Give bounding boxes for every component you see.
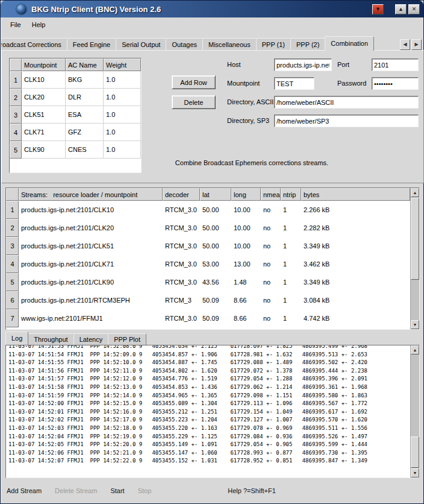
streams-cell-bytes[interactable]: 3.084 kB	[301, 291, 410, 309]
streams-cell-nmea[interactable]: no	[261, 237, 281, 255]
streams-cell-bytes[interactable]: 2.282 kB	[301, 219, 410, 237]
combination-cell-ac-name[interactable]: DLR	[66, 89, 104, 106]
host-input[interactable]	[274, 58, 332, 71]
combination-cell-weight[interactable]: 1.0	[104, 71, 141, 89]
tab-broadcast-corrections[interactable]: Broadcast Corrections	[1, 38, 67, 51]
minimize-button[interactable]: ▼	[372, 4, 384, 14]
streams-cell-ntrip[interactable]: 1	[281, 309, 301, 327]
streams-cell-nmea[interactable]: no	[261, 291, 281, 309]
log-tab-throughput[interactable]: Throughput	[28, 333, 73, 345]
tab-ppp-2[interactable]: PPP (2)	[290, 38, 325, 51]
combination-cell-weight[interactable]: 1.0	[104, 89, 141, 106]
streams-cell-ntrip[interactable]: 1	[281, 273, 301, 291]
streams-scroll-up-icon[interactable]: ▲	[411, 188, 419, 197]
streams-cell-decoder[interactable]: RTCM_3.0	[163, 273, 200, 291]
streams-cell-lat[interactable]: 50.00	[200, 219, 231, 237]
streams-cell-ntrip[interactable]: 1	[281, 201, 301, 219]
streams-cell-ntrip[interactable]: 1	[281, 291, 301, 309]
port-input[interactable]	[372, 58, 419, 71]
password-input[interactable]	[372, 77, 419, 90]
add-stream-action[interactable]: Add Stream	[7, 485, 42, 496]
streams-cell-bytes[interactable]: 3.462 kB	[301, 255, 410, 273]
streams-cell-nmea[interactable]: no	[261, 273, 281, 291]
streams-cell-lat[interactable]: 50.00	[200, 237, 231, 255]
combination-cell-weight[interactable]: 1.0	[104, 124, 141, 141]
menu-file[interactable]: File	[5, 20, 26, 30]
tab-combination[interactable]: Combination	[325, 36, 374, 51]
combination-cell-mountpoint[interactable]: CLK90	[22, 141, 66, 159]
streams-cell-long[interactable]: 10.00	[231, 201, 261, 219]
streams-cell-mountpoint[interactable]: products.igs-ip.net:2101/CLK90	[19, 273, 163, 291]
close-button[interactable]: ✕	[408, 4, 420, 14]
streams-cell-ntrip[interactable]: 1	[281, 219, 301, 237]
streams-cell-long[interactable]: 8.66	[231, 309, 261, 327]
log-view[interactable]: 11-03-07 14:51:53 FFMJ1 PPP 14:52:08.0 9…	[5, 345, 420, 478]
streams-cell-lat[interactable]: 43.56	[200, 273, 231, 291]
log-tab-log[interactable]: Log	[5, 332, 28, 345]
tab-serial-output[interactable]: Serial Output	[116, 38, 166, 51]
streams-cell-decoder[interactable]: RTCM_3.0	[163, 237, 200, 255]
streams-cell-decoder[interactable]: RTCM_3	[163, 291, 200, 309]
log-tab-ppp-plot[interactable]: PPP Plot	[108, 333, 146, 345]
streams-cell-nmea[interactable]: no	[261, 255, 281, 273]
streams-cell-ntrip[interactable]: 1	[281, 237, 301, 255]
combination-cell-weight[interactable]: 1.0	[104, 141, 141, 159]
streams-cell-decoder[interactable]: RTCM_3.0	[163, 219, 200, 237]
combination-cell-weight[interactable]: 1.0	[104, 106, 141, 124]
streams-cell-bytes[interactable]: 4.742 kB	[301, 309, 410, 327]
streams-cell-nmea[interactable]: no	[261, 219, 281, 237]
log-tab-latency[interactable]: Latency	[73, 333, 109, 345]
directory-sp3-input[interactable]	[274, 115, 419, 127]
streams-scrollbar-thumb[interactable]	[411, 198, 419, 280]
streams-cell-mountpoint[interactable]: products.igs-ip.net:2101/CLK10	[19, 201, 163, 219]
tab-outages[interactable]: Outages	[166, 38, 203, 51]
directory-ascii-input[interactable]	[274, 96, 419, 109]
combination-cell-ac-name[interactable]: BKG	[66, 71, 104, 89]
streams-cell-lat[interactable]: 50.09	[200, 291, 231, 309]
delete-button[interactable]: Delete	[172, 95, 216, 109]
streams-cell-ntrip[interactable]: 1	[281, 255, 301, 273]
log-scroll-up-icon[interactable]: ▲	[411, 345, 419, 354]
streams-cell-lat[interactable]: 50.09	[200, 309, 231, 327]
combination-cell-mountpoint[interactable]: CLK51	[22, 106, 66, 124]
combination-cell-ac-name[interactable]: CNES	[66, 141, 104, 159]
combination-cell-mountpoint[interactable]: CLK20	[22, 89, 66, 106]
streams-cell-decoder[interactable]: RTCM_3.0	[163, 201, 200, 219]
streams-cell-long[interactable]: 10.00	[231, 237, 261, 255]
combination-cell-mountpoint[interactable]: CLK10	[22, 71, 66, 89]
log-scroll-down-icon[interactable]: ▼	[411, 468, 419, 477]
streams-cell-lat[interactable]: 53.00	[200, 255, 231, 273]
start-action[interactable]: Start	[110, 485, 124, 496]
tab-miscellaneous[interactable]: Miscellaneous	[202, 38, 257, 51]
streams-scrollbar[interactable]: ▲ ▼	[410, 188, 419, 329]
titlebar[interactable]: BKG Ntrip Client (BNC) Version 2.6 ▼ ▲ ✕	[1, 1, 423, 17]
menu-help[interactable]: Help	[26, 20, 51, 30]
streams-scroll-down-icon[interactable]: ▼	[411, 320, 419, 329]
streams-cell-mountpoint[interactable]: products.igs-ip.net:2101/CLK71	[19, 255, 163, 273]
streams-cell-decoder[interactable]: RTCM_3.0	[163, 309, 200, 327]
tab-ppp-1[interactable]: PPP (1)	[256, 38, 291, 51]
streams-cell-decoder[interactable]: RTCM_3.0	[163, 255, 200, 273]
streams-cell-lat[interactable]: 50.00	[200, 201, 231, 219]
streams-cell-long[interactable]: 8.66	[231, 291, 261, 309]
streams-cell-mountpoint[interactable]: products.igs-ip.net:2101/CLK51	[19, 237, 163, 255]
streams-cell-bytes[interactable]: 3.349 kB	[301, 273, 410, 291]
streams-cell-nmea[interactable]: no	[261, 309, 281, 327]
streams-cell-mountpoint[interactable]: products.igs-ip.net:2101/RTCM3EPH	[19, 291, 163, 309]
help-action[interactable]: Help ?=Shift+F1	[228, 485, 276, 496]
tab-scroll-left-icon[interactable]: ◀	[400, 39, 410, 50]
streams-cell-nmea[interactable]: no	[261, 201, 281, 219]
tab-scroll-right-icon[interactable]: ▶	[411, 39, 422, 50]
streams-cell-mountpoint[interactable]: www.igs-ip.net:2101/FFMJ1	[19, 309, 163, 327]
add-row-button[interactable]: Add Row	[172, 75, 216, 89]
combination-cell-mountpoint[interactable]: CLK71	[22, 124, 66, 141]
streams-cell-long[interactable]: 10.00	[231, 219, 261, 237]
combination-cell-ac-name[interactable]: ESA	[66, 106, 104, 124]
streams-cell-long[interactable]: 13.00	[231, 255, 261, 273]
delete-stream-action[interactable]: Delete Stream	[55, 485, 97, 496]
mountpoint-input[interactable]	[274, 77, 314, 90]
streams-cell-mountpoint[interactable]: products.igs-ip.net:2101/CLK20	[19, 219, 163, 237]
stop-action[interactable]: Stop	[138, 485, 152, 496]
tab-feed-engine[interactable]: Feed Engine	[67, 38, 116, 51]
streams-cell-long[interactable]: 1.48	[231, 273, 261, 291]
